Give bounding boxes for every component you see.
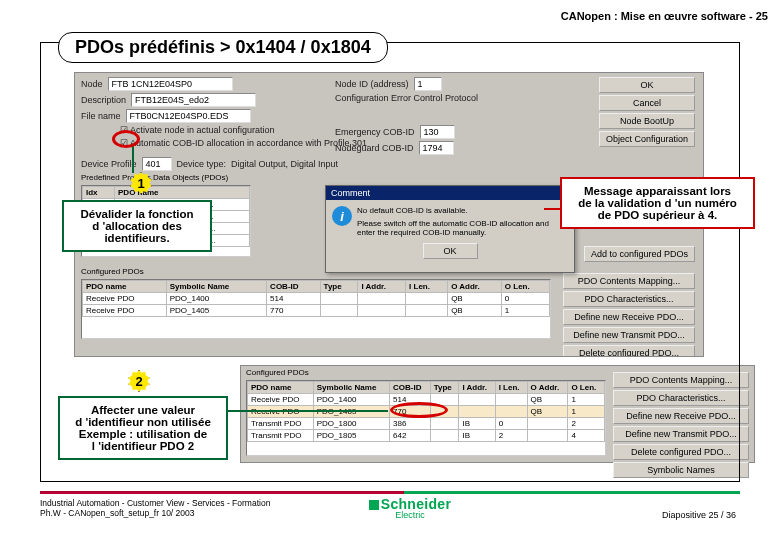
footer-left: Industrial Automation - Customer View - … xyxy=(40,498,270,518)
schneider-logo: Schneider Electric xyxy=(360,496,460,520)
callout-message: Message apparaissant lorsde la validatio… xyxy=(560,177,755,229)
callout-2: Affecter une valeurd 'identifieur non ut… xyxy=(58,396,228,460)
connector xyxy=(544,208,560,210)
connector xyxy=(228,410,388,412)
footer-bar xyxy=(40,491,740,494)
callout-1: Dévalider la fonctiond 'allocation desid… xyxy=(62,200,212,252)
slide-counter: Diapositive 25 / 36 xyxy=(662,510,736,520)
connector xyxy=(132,145,134,173)
page-header: CANopen : Mise en œuvre software - 25 xyxy=(561,10,768,22)
slide-title: PDOs prédéfinis > 0x1404 / 0x1804 xyxy=(58,32,388,63)
